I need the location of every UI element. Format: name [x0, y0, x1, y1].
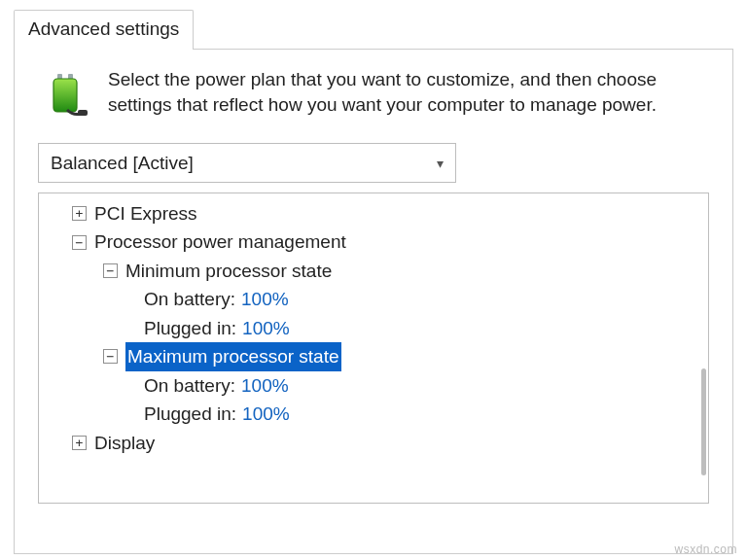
setting-label: Plugged in: — [144, 314, 236, 342]
tree-node-maximum-processor-state[interactable]: − Maximum processor state — [49, 342, 704, 370]
node-label: Display — [94, 429, 155, 457]
setting-min-plugged-in[interactable]: Plugged in: 100% — [49, 314, 704, 342]
setting-value[interactable]: 100% — [241, 371, 289, 400]
tab-label: Advanced settings — [28, 18, 179, 39]
svg-rect-3 — [78, 110, 88, 116]
tab-panel: Select the power plan that you want to c… — [14, 49, 733, 554]
setting-value[interactable]: 100% — [242, 314, 290, 342]
tree-node-display[interactable]: + Display — [49, 429, 704, 457]
settings-tree: + PCI Express − Processor power manageme… — [38, 192, 709, 504]
tree-node-processor-power-management[interactable]: − Processor power management — [49, 228, 704, 256]
power-options-window: Advanced settings Select the power plan … — [0, 0, 747, 560]
setting-label: On battery: — [144, 371, 235, 400]
tab-advanced-settings[interactable]: Advanced settings — [14, 10, 194, 50]
power-plan-value: Balanced [Active] — [51, 153, 194, 174]
svg-rect-2 — [53, 79, 77, 112]
setting-min-on-battery[interactable]: On battery: 100% — [49, 285, 704, 313]
intro-text: Select the power plan that you want to c… — [108, 67, 709, 125]
power-plan-select[interactable]: Balanced [Active] ▾ — [38, 143, 456, 183]
tree-node-pci-express[interactable]: + PCI Express — [49, 199, 704, 228]
collapse-icon[interactable]: − — [103, 263, 118, 278]
expand-icon[interactable]: + — [72, 206, 87, 221]
setting-max-on-battery[interactable]: On battery: 100% — [49, 371, 704, 400]
node-label-selected: Maximum processor state — [125, 342, 341, 370]
battery-plug-icon — [38, 67, 92, 125]
expand-icon[interactable]: + — [72, 436, 87, 450]
collapse-icon[interactable]: − — [72, 235, 87, 250]
setting-max-plugged-in[interactable]: Plugged in: 100% — [49, 400, 704, 428]
setting-label: On battery: — [144, 285, 235, 313]
chevron-down-icon: ▾ — [437, 156, 444, 171]
node-label: Minimum processor state — [125, 257, 332, 285]
intro-row: Select the power plan that you want to c… — [38, 67, 709, 125]
scrollbar-thumb[interactable] — [701, 368, 706, 475]
tab-strip: Advanced settings — [14, 10, 733, 49]
node-label: PCI Express — [94, 199, 197, 228]
setting-value[interactable]: 100% — [241, 285, 289, 313]
node-label: Processor power management — [94, 228, 346, 256]
tree-node-minimum-processor-state[interactable]: − Minimum processor state — [49, 257, 704, 285]
setting-value[interactable]: 100% — [242, 400, 290, 428]
collapse-icon[interactable]: − — [103, 349, 118, 364]
setting-label: Plugged in: — [144, 400, 236, 428]
